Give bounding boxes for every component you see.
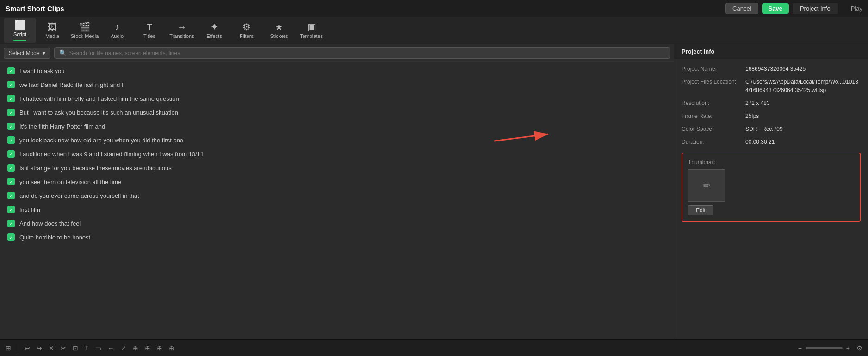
checkbox[interactable]: ✓ [7, 109, 15, 116]
thumbnail-edit-button[interactable]: Edit [688, 205, 713, 215]
checkbox[interactable]: ✓ [7, 123, 15, 130]
checkbox[interactable]: ✓ [7, 164, 15, 172]
script-item-text: Quite horrible to be honest [19, 234, 90, 241]
separator-1 [18, 344, 18, 352]
checkbox[interactable]: ✓ [7, 67, 15, 74]
bottom-add3-icon[interactable]: ⊕ [155, 344, 164, 353]
play-label: Play [851, 5, 862, 12]
checkbox[interactable]: ✓ [7, 81, 15, 88]
edit-pencil-icon: ✏ [703, 180, 711, 191]
toolbar-audio[interactable]: ♪ Audio [101, 18, 133, 43]
script-list: ✓ I want to ask you ✓ we had Daniel Radc… [0, 62, 674, 339]
script-item[interactable]: ✓ we had Daniel Radcliffe last night and… [0, 78, 674, 92]
info-row: Project Files Location: C:/Users/ws/AppD… [682, 78, 861, 94]
toolbar-stickers[interactable]: ★ Stickers [263, 18, 295, 43]
search-bar[interactable]: 🔍 [54, 47, 670, 59]
info-row: Project Name: 16869437326064 35425 [682, 65, 861, 73]
toolbar-filters-label: Filters [240, 33, 254, 39]
script-item-text: and do you ever come across yourself in … [19, 192, 139, 199]
info-row: Resolution: 272 x 483 [682, 99, 861, 107]
toolbar-templates-label: Templates [300, 33, 323, 39]
bottom-add1-icon[interactable]: ⊕ [131, 344, 140, 353]
search-input[interactable] [69, 50, 665, 56]
info-value: 272 x 483 [745, 99, 770, 107]
zoom-controls: − + [796, 344, 852, 353]
toolbar-media[interactable]: 🖼 Media [36, 18, 68, 43]
bottom-add2-icon[interactable]: ⊕ [143, 344, 152, 353]
info-value: 00:00:30:21 [745, 138, 775, 146]
script-icon: ⬜ [14, 20, 26, 30]
filters-icon: ⚙ [242, 22, 251, 31]
bottom-add4-icon[interactable]: ⊕ [167, 344, 176, 353]
script-item[interactable]: ✓ And how does that feel [0, 216, 674, 230]
info-row: Color Space: SDR - Rec.709 [682, 125, 861, 133]
bottom-settings-icon[interactable]: ⚙ [855, 344, 864, 353]
toolbar-stickers-label: Stickers [270, 33, 288, 39]
zoom-in-icon[interactable]: + [844, 344, 852, 353]
checkbox[interactable]: ✓ [7, 136, 15, 144]
bottom-undo-icon[interactable]: ↩ [23, 344, 32, 353]
script-item-text: we had Daniel Radcliffe last night and I [19, 81, 124, 88]
toolbar-templates[interactable]: ▣ Templates [295, 18, 328, 43]
info-value: C:/Users/ws/AppData/Local/Temp/Wo...0101… [745, 78, 861, 94]
bottom-expand-icon[interactable]: ⤢ [119, 344, 128, 353]
script-item[interactable]: ✓ I auditioned when I was 9 and I starte… [0, 147, 674, 161]
zoom-out-icon[interactable]: − [796, 344, 804, 353]
thumbnail-preview: ✏ [688, 169, 725, 202]
script-item-text: you see them on television all the time [19, 178, 121, 185]
bottom-text-icon[interactable]: T [83, 344, 91, 353]
checkbox[interactable]: ✓ [7, 192, 15, 199]
script-item[interactable]: ✓ I want to ask you [0, 64, 674, 78]
script-item[interactable]: ✓ first film [0, 203, 674, 216]
bottom-split-icon[interactable]: ↔ [106, 344, 116, 353]
checkbox[interactable]: ✓ [7, 220, 15, 227]
info-value: SDR - Rec.709 [745, 125, 783, 133]
checkbox[interactable]: ✓ [7, 178, 15, 185]
bottom-cut-icon[interactable]: ✂ [59, 344, 68, 353]
checkbox[interactable]: ✓ [7, 233, 15, 241]
bottom-rect-icon[interactable]: ▭ [93, 344, 103, 353]
cancel-button[interactable]: Cancel [725, 3, 758, 14]
toolbar-titles[interactable]: T Titles [133, 18, 166, 43]
media-icon: 🖼 [48, 22, 57, 31]
toolbar-script-label: Script [13, 31, 26, 37]
bottom-delete-icon[interactable]: ✕ [47, 344, 56, 353]
script-panel: Select Mode ▾ 🔍 ✓ I want to ask you ✓ we… [0, 44, 674, 339]
toolbar-filters[interactable]: ⚙ Filters [230, 18, 263, 43]
project-info-tab[interactable]: Project Info [793, 3, 838, 14]
zoom-slider[interactable] [806, 347, 843, 349]
toolbar-effects[interactable]: ✦ Effects [198, 18, 230, 43]
checkbox[interactable]: ✓ [7, 95, 15, 102]
script-item[interactable]: ✓ you look back now how old are you when… [0, 133, 674, 147]
toolbar-script[interactable]: ⬜ Script [4, 18, 36, 43]
app-title: Smart Short Clips [6, 5, 64, 12]
script-item[interactable]: ✓ I chatted with him briefly and I asked… [0, 92, 674, 105]
search-icon: 🔍 [59, 49, 67, 56]
active-indicator [13, 40, 26, 41]
bottom-copy-icon[interactable]: ⊡ [71, 344, 80, 353]
toolbar-transitions[interactable]: ↔ Transitions [166, 18, 198, 43]
stock-media-icon: 🎬 [79, 22, 91, 31]
project-info-content: Project Name: 16869437326064 35425 Proje… [674, 59, 868, 229]
save-button[interactable]: Save [762, 3, 789, 14]
script-item[interactable]: ✓ Quite horrible to be honest [0, 230, 674, 244]
script-item[interactable]: ✓ and do you ever come across yourself i… [0, 189, 674, 203]
script-item[interactable]: ✓ It's the fifth Harry Potter film and [0, 119, 674, 133]
script-item-text: I auditioned when I was 9 and I started … [19, 151, 204, 158]
bottom-grid-icon[interactable]: ⊞ [4, 344, 13, 353]
script-toolbar: Select Mode ▾ 🔍 [0, 44, 674, 62]
bottom-right: − + ⚙ [796, 344, 864, 353]
select-mode-button[interactable]: Select Mode ▾ [4, 48, 50, 59]
checkbox[interactable]: ✓ [7, 150, 15, 158]
toolbar-effects-label: Effects [206, 33, 222, 39]
script-item[interactable]: ✓ But I want to ask you because it's suc… [0, 105, 674, 119]
info-label: Project Name: [682, 65, 742, 73]
chevron-down-icon: ▾ [43, 50, 45, 56]
toolbar-stock-media[interactable]: 🎬 Stock Media [68, 18, 101, 43]
script-item[interactable]: ✓ you see them on television all the tim… [0, 175, 674, 189]
script-item-text: I chatted with him briefly and I asked h… [19, 95, 179, 102]
bottom-redo-icon[interactable]: ↪ [35, 344, 44, 353]
script-item-text: It's the fifth Harry Potter film and [19, 123, 105, 130]
script-item[interactable]: ✓ Is it strange for you because these mo… [0, 161, 674, 175]
checkbox[interactable]: ✓ [7, 206, 15, 213]
